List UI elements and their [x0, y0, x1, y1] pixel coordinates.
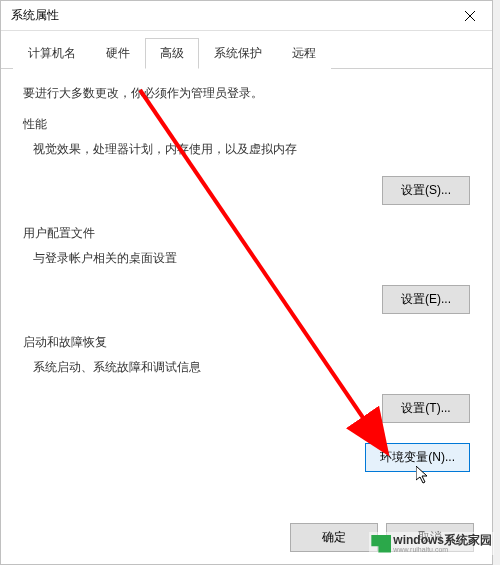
startup-title: 启动和故障恢复	[23, 334, 470, 351]
watermark-text-sub: www.ruihaitu.com	[393, 546, 492, 553]
close-button[interactable]	[447, 1, 492, 31]
tab-system-protection[interactable]: 系统保护	[199, 38, 277, 69]
watermark-logo-icon	[371, 535, 391, 553]
performance-section: 性能 视觉效果，处理器计划，内存使用，以及虚拟内存 设置(S)...	[23, 116, 470, 205]
performance-desc: 视觉效果，处理器计划，内存使用，以及虚拟内存	[23, 141, 470, 158]
user-profiles-title: 用户配置文件	[23, 225, 470, 242]
startup-section: 启动和故障恢复 系统启动、系统故障和调试信息 设置(T)...	[23, 334, 470, 423]
tab-advanced[interactable]: 高级	[145, 38, 199, 69]
user-profiles-settings-button[interactable]: 设置(E)...	[382, 285, 470, 314]
ok-button[interactable]: 确定	[290, 523, 378, 552]
tab-bar: 计算机名 硬件 高级 系统保护 远程	[1, 37, 492, 69]
performance-title: 性能	[23, 116, 470, 133]
watermark: windows系统家园 www.ruihaitu.com	[369, 532, 494, 555]
environment-variables-button[interactable]: 环境变量(N)...	[365, 443, 470, 472]
tab-content: 要进行大多数更改，你必须作为管理员登录。 性能 视觉效果，处理器计划，内存使用，…	[1, 69, 492, 488]
system-properties-window: 系统属性 计算机名 硬件 高级 系统保护 远程 要进行大多数更改，你必须作为管理…	[0, 0, 493, 565]
close-icon	[465, 11, 475, 21]
tab-computer-name[interactable]: 计算机名	[13, 38, 91, 69]
user-profiles-desc: 与登录帐户相关的桌面设置	[23, 250, 470, 267]
titlebar: 系统属性	[1, 1, 492, 31]
window-title: 系统属性	[11, 7, 59, 24]
watermark-text-main: windows系统家园	[393, 534, 492, 546]
tab-hardware[interactable]: 硬件	[91, 38, 145, 69]
startup-desc: 系统启动、系统故障和调试信息	[23, 359, 470, 376]
performance-settings-button[interactable]: 设置(S)...	[382, 176, 470, 205]
startup-settings-button[interactable]: 设置(T)...	[382, 394, 470, 423]
tab-remote[interactable]: 远程	[277, 38, 331, 69]
user-profiles-section: 用户配置文件 与登录帐户相关的桌面设置 设置(E)...	[23, 225, 470, 314]
admin-notice: 要进行大多数更改，你必须作为管理员登录。	[23, 85, 470, 102]
